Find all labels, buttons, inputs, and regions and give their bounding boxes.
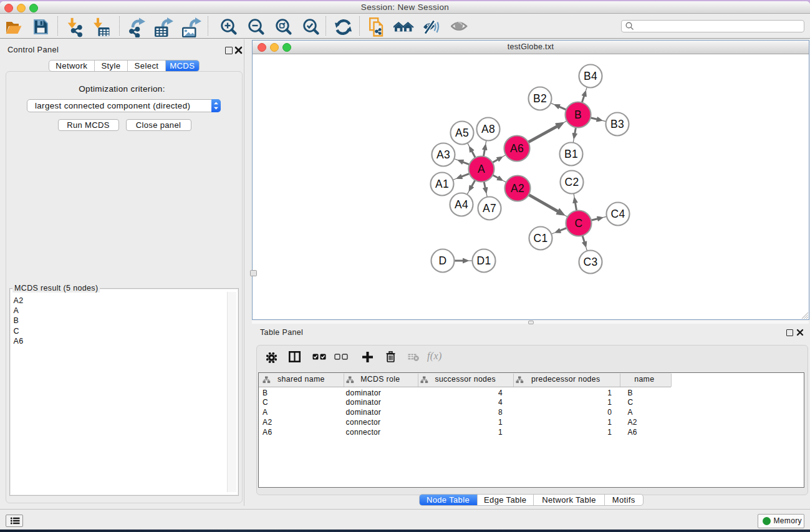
svg-text:A: A (478, 163, 485, 175)
svg-text:C2: C2 (564, 176, 579, 188)
svg-text:B3: B3 (610, 118, 624, 130)
svg-text:A8: A8 (481, 123, 495, 135)
svg-text:A1: A1 (435, 178, 449, 190)
svg-text:B: B (574, 109, 582, 121)
svg-text:B1: B1 (564, 148, 578, 160)
svg-text:A7: A7 (483, 202, 496, 215)
svg-text:D: D (439, 254, 447, 267)
svg-text:A6: A6 (510, 142, 524, 155)
svg-text:A2: A2 (511, 182, 524, 195)
svg-text:B2: B2 (533, 92, 547, 105)
svg-text:A5: A5 (455, 127, 469, 139)
svg-text:D1: D1 (476, 254, 491, 267)
svg-text:C3: C3 (583, 256, 597, 268)
svg-text:A3: A3 (436, 148, 450, 161)
svg-text:C: C (575, 217, 583, 230)
svg-text:B4: B4 (584, 70, 597, 82)
svg-text:C4: C4 (610, 208, 625, 220)
svg-text:C1: C1 (533, 232, 547, 244)
svg-text:A4: A4 (455, 198, 468, 211)
